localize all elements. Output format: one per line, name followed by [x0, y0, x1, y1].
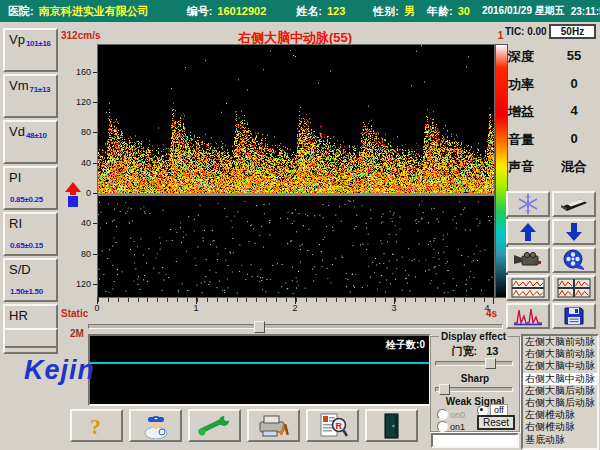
time-scroll-slider[interactable]: [88, 321, 503, 331]
artery-item[interactable]: 基底动脉: [523, 434, 597, 446]
param-value: 1.50±1.50: [10, 287, 43, 296]
radio-off-circle[interactable]: [477, 405, 488, 416]
radio-on0-circle[interactable]: [437, 409, 448, 420]
time-slider-thumb[interactable]: [254, 321, 265, 333]
quad-trace-icon: [557, 278, 591, 298]
save-button[interactable]: [552, 303, 596, 329]
settings-button[interactable]: [188, 409, 241, 442]
radio-on1[interactable]: on1: [437, 421, 465, 432]
artery-item[interactable]: 左侧大脑前动脉: [523, 336, 597, 348]
display-effect-input[interactable]: [431, 433, 519, 448]
artery-item[interactable]: 右侧大脑后动脉: [523, 397, 597, 409]
save-icon: [563, 305, 585, 327]
printer-icon: [257, 413, 291, 439]
help-button[interactable]: ?: [70, 409, 123, 442]
svg-text:R: R: [335, 421, 342, 431]
sidebar-param-S-D: S/D1.50±1.50: [3, 258, 58, 302]
artery-item[interactable]: 右侧大脑中动脉: [523, 373, 597, 385]
scale-up-button[interactable]: [506, 219, 550, 245]
sidebar-empty-cell: [3, 328, 58, 354]
display-effect-title: Display effect: [439, 331, 508, 342]
reset-button[interactable]: Reset: [477, 415, 515, 430]
eject-button[interactable]: [552, 191, 596, 217]
time-label: 23:11:54: [571, 6, 600, 17]
report-icon: R: [318, 412, 348, 440]
param-value: 101±16: [26, 39, 51, 48]
right-param-value: 0: [550, 76, 598, 94]
film-reel-icon: [562, 249, 586, 271]
camera-icon: [513, 251, 543, 269]
param-label: RI: [9, 216, 22, 231]
y-tick-label: 40: [70, 218, 91, 228]
embolus-panel: 栓子数:0: [88, 334, 431, 406]
param-label: Vm: [9, 78, 29, 93]
right-param-row: 声音混合: [508, 158, 598, 176]
sidebar-params: Vp101±16Vm71±13Vd48±10PI0.85±0.25RI0.65±…: [3, 28, 58, 350]
exit-button[interactable]: [365, 409, 418, 442]
artery-item[interactable]: 左侧大脑中动脉: [523, 360, 597, 372]
right-param-label: 深度: [508, 48, 550, 66]
patient-button[interactable]: [129, 409, 182, 442]
sidebar-param-Vm: Vm71±13: [3, 74, 58, 118]
radio-on0[interactable]: on0: [437, 409, 465, 420]
print-button[interactable]: [247, 409, 300, 442]
time-slider-track: [88, 324, 503, 329]
hospital-label: 医院:: [8, 4, 34, 19]
spectrogram-canvas: [98, 45, 494, 297]
embolus-count-label: 栓子数:0: [386, 338, 425, 352]
radio-on1-circle[interactable]: [437, 421, 448, 432]
date-label: 2016/01/29 星期五: [482, 4, 565, 18]
bottom-toolbar: ?: [70, 409, 418, 442]
frequency-button[interactable]: 50Hz: [549, 24, 596, 39]
right-param-value: 55: [550, 48, 598, 66]
y-tick-mark: [93, 102, 97, 103]
scale-down-button[interactable]: [552, 219, 596, 245]
brand-logo: Kejin: [24, 355, 95, 386]
gate-slider-thumb[interactable]: [485, 358, 496, 369]
x-tick-label: 1: [190, 303, 202, 313]
artery-item[interactable]: 右侧大脑前动脉: [523, 348, 597, 360]
probe-2m-label: 2M: [70, 328, 84, 339]
freeze-button[interactable]: [506, 191, 550, 217]
report-button[interactable]: R: [306, 409, 359, 442]
x-axis-minor-ticks: [98, 298, 494, 302]
gender-value: 男: [404, 4, 415, 19]
quad-display-button[interactable]: [552, 275, 596, 301]
y-tick-label: 120: [70, 279, 91, 289]
sidebar-param-Vp: Vp101±16: [3, 28, 58, 72]
artery-item[interactable]: 右侧椎动脉: [523, 421, 597, 433]
artery-item[interactable]: 左侧椎动脉: [523, 409, 597, 421]
right-param-label: 功率: [508, 76, 550, 94]
param-value: 48±10: [26, 131, 47, 140]
waveform-icon: [513, 306, 543, 326]
param-value: 71±13: [30, 85, 51, 94]
y-tick-mark: [93, 132, 97, 133]
gender-label: 性别:: [373, 4, 399, 19]
sidebar-param-RI: RI0.65±0.15: [3, 212, 58, 256]
y-tick-label: 160: [70, 67, 91, 77]
gate-width-slider[interactable]: [435, 358, 513, 367]
static-label: Static: [61, 308, 88, 319]
header-bar: 医院: 南京科进实业有限公司 编号: 16012902 姓名: 123 性别: …: [0, 0, 600, 22]
flow-direction-arrow-icon: [64, 182, 82, 208]
playback-button[interactable]: [552, 247, 596, 273]
y-tick-mark: [93, 254, 97, 255]
param-label: PI: [9, 170, 21, 185]
id-value: 16012902: [217, 5, 266, 17]
sharp-slider[interactable]: [435, 384, 513, 393]
spectrum-mode-button[interactable]: [506, 303, 550, 329]
param-value: 0.65±0.15: [10, 241, 43, 250]
artery-item[interactable]: 左侧大脑后动脉: [523, 385, 597, 397]
tcd-application-window: 医院: 南京科进实业有限公司 编号: 16012902 姓名: 123 性别: …: [0, 0, 600, 450]
y-tick-mark: [93, 193, 97, 194]
dual-display-button[interactable]: [506, 275, 550, 301]
record-button[interactable]: [506, 247, 550, 273]
right-param-value: 4: [550, 103, 598, 121]
artery-list[interactable]: 左侧大脑前动脉右侧大脑前动脉左侧大脑中动脉右侧大脑中动脉左侧大脑后动脉右侧大脑后…: [521, 334, 599, 450]
sharp-slider-thumb[interactable]: [439, 384, 450, 395]
y-tick-mark: [93, 284, 97, 285]
display-effect-group: Display effect 门宽: 13 Sharp Weak Signal …: [430, 336, 520, 432]
age-value: 30: [458, 5, 470, 17]
age-label: 年龄:: [427, 4, 453, 19]
x-tick-mark: [493, 297, 494, 304]
